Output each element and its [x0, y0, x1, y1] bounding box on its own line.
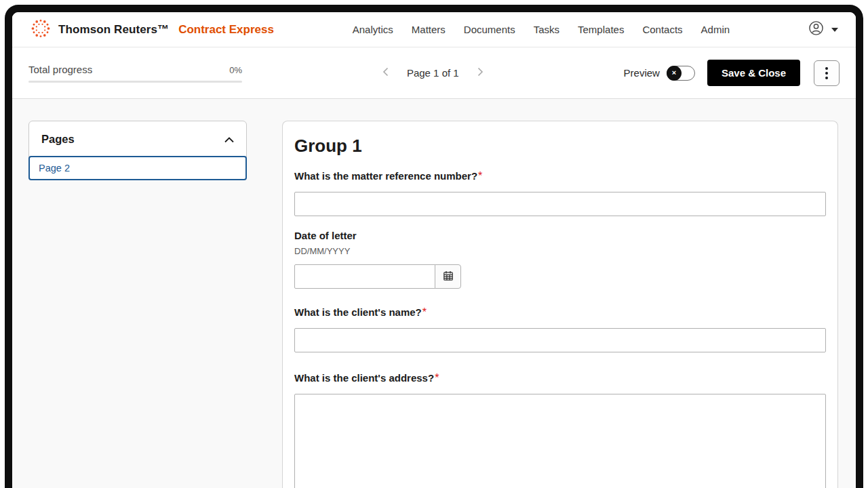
required-marker: * — [478, 170, 482, 182]
chevron-left-icon — [381, 66, 391, 79]
date-of-letter-input[interactable] — [294, 264, 435, 289]
client-address-label: What is the client's address? — [294, 372, 434, 384]
nav-item-analytics[interactable]: Analytics — [353, 24, 393, 35]
nav-item-matters[interactable]: Matters — [412, 24, 446, 35]
field-client-name: What is the client's name?* — [294, 306, 826, 352]
required-marker: * — [435, 372, 439, 384]
questionnaire-toolbar: Total progress 0% Page 1 of 1 — [12, 47, 856, 99]
user-circle-icon — [808, 20, 824, 39]
calendar-icon — [442, 270, 454, 284]
pages-panel-header[interactable]: Pages — [29, 121, 246, 157]
previous-page-button[interactable] — [378, 64, 393, 82]
field-client-address: What is the client's address?* — [294, 372, 826, 488]
kebab-menu-icon — [825, 67, 828, 79]
required-marker: * — [422, 306, 427, 318]
question-group-card: Group 1 What is the matter reference num… — [282, 121, 838, 488]
client-name-label: What is the client's name? — [294, 306, 422, 318]
brand-name: Thomson Reuters™ — [58, 23, 169, 37]
product-name: Contract Express — [178, 23, 274, 37]
brand-logo[interactable]: Thomson Reuters™ Contract Express — [30, 18, 274, 42]
date-format-hint: DD/MM/YYYY — [294, 246, 826, 256]
questionnaire-content: Pages Page 2 Group 1 What is the matter … — [12, 99, 856, 488]
preview-label: Preview — [624, 67, 660, 79]
page-indicator: Page 1 of 1 — [407, 67, 459, 79]
nav-item-admin[interactable]: Admin — [701, 24, 730, 35]
app-window: Thomson Reuters™ Contract Express Analyt… — [5, 5, 863, 488]
pages-title: Pages — [41, 133, 75, 146]
nav-item-documents[interactable]: Documents — [464, 24, 515, 35]
progress-value: 0% — [229, 65, 242, 75]
main-nav: Analytics Matters Documents Tasks Templa… — [274, 24, 808, 35]
nav-item-tasks[interactable]: Tasks — [534, 24, 559, 35]
chevron-up-icon — [224, 134, 234, 146]
field-date-of-letter: Date of letter DD/MM/YYYY — [294, 230, 826, 289]
group-title: Group 1 — [294, 136, 826, 157]
account-menu[interactable] — [808, 20, 838, 39]
chevron-down-icon — [831, 28, 838, 32]
preview-toggle[interactable]: × — [667, 66, 695, 81]
progress-bar — [28, 81, 242, 83]
toggle-off-knob: × — [667, 66, 682, 81]
toolbar-actions: Preview × Save & Close — [624, 60, 840, 86]
chevron-right-icon — [475, 66, 485, 79]
more-options-button[interactable] — [814, 60, 840, 86]
next-page-button[interactable] — [473, 64, 488, 82]
progress-label: Total progress — [28, 64, 92, 75]
calendar-picker-button[interactable] — [435, 264, 461, 289]
nav-item-templates[interactable]: Templates — [578, 24, 624, 35]
date-of-letter-label: Date of letter — [294, 230, 357, 241]
matter-reference-label: What is the matter reference number? — [294, 170, 477, 182]
thomson-reuters-kinesis-icon — [30, 18, 52, 42]
top-header: Thomson Reuters™ Contract Express Analyt… — [12, 12, 856, 47]
total-progress: Total progress 0% — [28, 64, 242, 83]
page-pagination: Page 1 of 1 — [242, 64, 624, 82]
matter-reference-input[interactable] — [294, 192, 826, 216]
pages-panel: Pages Page 2 — [28, 121, 247, 180]
client-address-textarea[interactable] — [294, 394, 826, 488]
nav-item-contacts[interactable]: Contacts — [642, 24, 682, 35]
sidebar-item-page-2[interactable]: Page 2 — [28, 156, 247, 180]
field-matter-reference: What is the matter reference number?* — [294, 170, 826, 216]
client-name-input[interactable] — [294, 328, 826, 352]
save-close-button[interactable]: Save & Close — [707, 60, 800, 86]
